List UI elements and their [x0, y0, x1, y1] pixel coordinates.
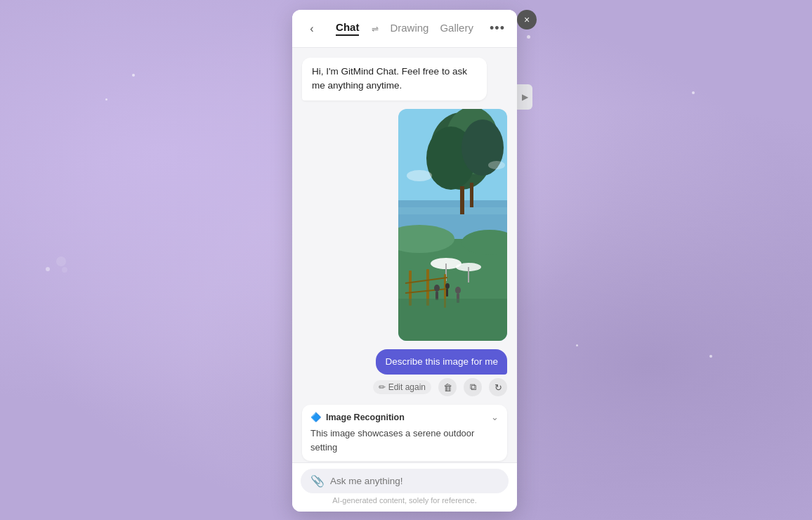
edit-again-button[interactable]: ✏ Edit again	[373, 380, 431, 394]
attach-button[interactable]: 📎	[310, 474, 325, 488]
delete-icon: 🗑	[443, 382, 452, 393]
bot-greeting-bubble: Hi, I'm GitMind Chat. Feel free to ask m…	[302, 58, 487, 100]
svg-point-21	[434, 285, 440, 292]
disclaimer-text: AI-generated content, solely for referen…	[301, 493, 509, 509]
user-text-section: Describe this image for me ✏ Edit again …	[373, 349, 507, 397]
swap-icon: ⇌	[372, 24, 379, 34]
edit-again-label: Edit again	[388, 382, 426, 392]
user-text-bubble: Describe this image for me	[376, 349, 507, 375]
ai-response-block: 🔷 Image Recognition ⌄ This image showcas…	[302, 405, 507, 461]
ai-response-label: 🔷 Image Recognition	[310, 412, 405, 422]
svg-rect-2	[398, 207, 507, 214]
copy-message-button[interactable]: ⧉	[464, 378, 482, 396]
user-image-message	[398, 109, 507, 341]
chat-input[interactable]	[330, 476, 499, 486]
tab-drawing[interactable]: Drawing	[390, 22, 428, 35]
user-message-text: Describe this image for me	[385, 356, 498, 367]
svg-rect-11	[470, 183, 473, 207]
svg-rect-27	[398, 299, 507, 341]
close-icon: ×	[524, 14, 530, 25]
uploaded-image	[398, 109, 507, 341]
edit-icon: ✏	[379, 382, 386, 392]
collapse-response-button[interactable]: ⌄	[491, 412, 499, 422]
chat-panel: ‹ Chat ⇌ Drawing Gallery ••• Hi, I'm Git…	[292, 10, 517, 512]
svg-rect-10	[460, 186, 464, 214]
svg-rect-15	[468, 267, 469, 282]
expand-icon: ▶	[522, 92, 528, 102]
header-tabs: Chat ⇌ Drawing Gallery	[327, 21, 482, 36]
copy-icon: ⧉	[470, 382, 476, 393]
expand-button[interactable]: ▶	[517, 84, 532, 110]
svg-rect-24	[446, 289, 448, 297]
back-button[interactable]: ‹	[302, 19, 322, 39]
ai-response-header: 🔷 Image Recognition ⌄	[310, 412, 499, 422]
ai-response-icon: 🔷	[310, 412, 322, 422]
tab-chat[interactable]: Chat	[336, 21, 359, 36]
tab-gallery[interactable]: Gallery	[440, 22, 473, 35]
close-button[interactable]: ×	[517, 10, 537, 30]
svg-point-28	[407, 170, 432, 181]
refresh-icon: ↻	[495, 382, 502, 393]
regenerate-message-button[interactable]: ↻	[489, 378, 507, 396]
panel-header: ‹ Chat ⇌ Drawing Gallery •••	[292, 10, 517, 48]
more-icon: •••	[490, 21, 505, 36]
ai-response-text: This image showcases a serene outdoor se…	[310, 427, 499, 454]
back-icon: ‹	[310, 22, 313, 35]
delete-message-button[interactable]: 🗑	[438, 378, 457, 396]
input-row: 📎	[301, 469, 509, 493]
chat-content: Hi, I'm GitMind Chat. Feel free to ask m…	[292, 48, 517, 462]
svg-point-25	[455, 287, 461, 294]
input-bar: 📎 AI-generated content, solely for refer…	[292, 462, 517, 512]
svg-point-23	[445, 283, 450, 289]
svg-point-29	[488, 161, 505, 169]
bot-greeting-text: Hi, I'm GitMind Chat. Feel free to ask m…	[312, 66, 467, 91]
more-options-button[interactable]: •••	[487, 19, 507, 39]
message-actions: ✏ Edit again 🗑 ⧉ ↻	[373, 378, 507, 396]
ai-response-label-text: Image Recognition	[326, 412, 405, 422]
